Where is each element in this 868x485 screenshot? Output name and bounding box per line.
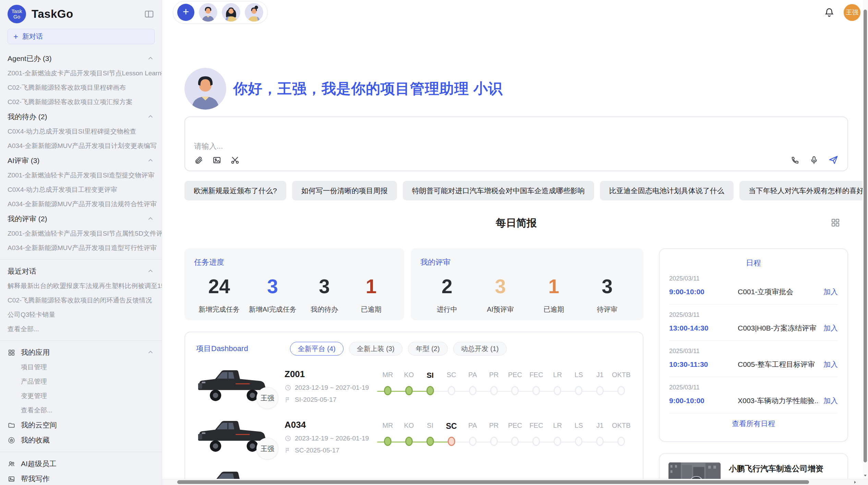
vertical-scrollbar[interactable] xyxy=(863,0,868,479)
sidebar-task-item[interactable]: C0X4-动力总成开发项目SI里程碑提交物检查 xyxy=(0,124,162,139)
divider xyxy=(0,259,162,260)
chevron-up-icon[interactable] xyxy=(147,215,154,223)
app-item-change-mgmt[interactable]: 变更管理 xyxy=(0,389,162,403)
ai-staff-row[interactable]: AI超级员工 xyxy=(0,456,162,471)
horizontal-scrollbar[interactable] xyxy=(162,479,868,485)
recent-chat-item[interactable]: 公司Q3轻卡销量 xyxy=(0,308,162,322)
attach-icon[interactable] xyxy=(194,156,203,165)
section-my-review[interactable]: 我的评审 (2) xyxy=(0,211,162,226)
event-name: C005-整车工程目标评审 xyxy=(738,360,819,369)
topbar: + 王强 xyxy=(162,0,868,25)
recent-chat-item[interactable]: C02-飞腾新能源轻客改款项目的闭环通告反馈情况 xyxy=(0,293,162,308)
scroll-down-arrow-icon[interactable] xyxy=(863,473,867,477)
sidebar-task-item[interactable]: Z001-全新燃油轻卡产品开发项目SI节点属性5D文件评审 xyxy=(0,226,162,241)
project-flag-milestone: SC-2025-05-17 xyxy=(295,447,339,454)
composer-left-icons xyxy=(194,156,240,165)
chevron-up-icon[interactable] xyxy=(147,55,154,62)
schedule-event: 2025/03/11 13:00-14:30 C003|H0B-方案冻结评审 加… xyxy=(669,304,838,341)
chevron-up-icon[interactable] xyxy=(147,157,154,164)
sidebar-task-item[interactable]: A034-全新新能源MUV产品开发项目计划变更表编写 xyxy=(0,139,162,153)
sidebar-task-item[interactable]: C02-飞腾新能源轻客改款项目里程碑画布 xyxy=(0,80,162,95)
join-meeting-link[interactable]: 加入 xyxy=(823,323,838,333)
suggestion-chip[interactable]: 特朗普可能对进口汽车增税会对中国车企造成哪些影响 xyxy=(403,181,594,200)
help-write-row[interactable]: 帮我写作 xyxy=(0,471,162,485)
my-favorites-label: 我的收藏 xyxy=(21,435,50,445)
join-meeting-link[interactable]: 加入 xyxy=(823,396,838,406)
flag-icon xyxy=(285,396,291,403)
apps-view-all[interactable]: 查看全部... xyxy=(0,403,162,418)
new-chat-label: 新对话 xyxy=(22,32,43,41)
sidebar-task-item[interactable]: C02-飞腾新能源轻客改款项目立项汇报方案 xyxy=(0,95,162,109)
recent-chat-item[interactable]: 解释最新出台的欧盟报废车法规再生塑料比例被调至15%... xyxy=(0,279,162,293)
suggestion-chip[interactable]: 欧洲新规最近颁布了什么? xyxy=(184,181,286,200)
main-area: + 王强 xyxy=(162,0,868,485)
filter-year-model[interactable]: 年型 (2) xyxy=(408,342,448,356)
milestone-fec: FEC xyxy=(526,371,547,401)
layout-grid-icon[interactable] xyxy=(830,217,841,228)
suggestion-chip[interactable]: 当下年轻人对汽车外观有怎样的喜好趋势 xyxy=(739,181,868,200)
schedule-title: 日程 xyxy=(669,258,838,268)
join-meeting-link[interactable]: 加入 xyxy=(823,360,838,369)
my-apps-row[interactable]: 我的应用 xyxy=(0,345,162,360)
scroll-right-arrow-icon[interactable] xyxy=(853,480,857,484)
image-icon xyxy=(8,475,15,483)
sidebar: Task Go TaskGo + 新对话 Agent已办 (3) Z001-全新… xyxy=(0,0,162,485)
filter-new-body[interactable]: 全新上装 (3) xyxy=(349,342,402,356)
chevron-up-icon[interactable] xyxy=(147,349,154,356)
session-avatar-3[interactable] xyxy=(245,3,263,22)
sidebar-task-item[interactable]: Z001-全新燃油轻卡产品开发项目SI造型提交物评审 xyxy=(0,168,162,183)
join-meeting-link[interactable]: 加入 xyxy=(823,287,838,297)
milestone-pr: PR xyxy=(483,422,505,452)
filter-all-platform[interactable]: 全新平台 (4) xyxy=(290,342,343,356)
milestone-oktb: OKTB xyxy=(611,371,632,401)
recent-view-all[interactable]: 查看全部... xyxy=(0,322,162,336)
chevron-up-icon[interactable] xyxy=(147,113,154,121)
send-icon[interactable] xyxy=(828,155,839,165)
my-cloud-row[interactable]: 我的云空间 xyxy=(0,418,162,433)
milestone-ko: KO xyxy=(398,371,420,401)
sidebar-task-item[interactable]: C0X4-动力总成开发项目工程变更评审 xyxy=(0,183,162,197)
milestone-pa: PA xyxy=(462,422,483,452)
project-row-z001[interactable]: 王强 Z001 2023-12-19 ~ 2027-01-19 xyxy=(196,366,632,406)
event-name: C003|H0B-方案冻结评审 xyxy=(738,323,819,333)
session-avatar-1[interactable] xyxy=(199,3,217,22)
chevron-up-icon[interactable] xyxy=(147,268,154,275)
milestone-track: MR KO SI SC PA PR PEC FEC LR LS J1 xyxy=(377,371,632,401)
stat-cards: 任务进度 24 新增完成任务 3 新增AI完成任务 xyxy=(184,248,643,320)
collapse-sidebar-icon[interactable] xyxy=(144,9,154,19)
filter-powertrain[interactable]: 动总开发 (1) xyxy=(453,342,507,356)
section-recent-chats[interactable]: 最近对话 xyxy=(0,264,162,279)
suggestion-chips: 欧洲新规最近颁布了什么? 如何写一份清晰的项目周报 特朗普可能对进口汽车增税会对… xyxy=(184,181,848,200)
project-row-a034[interactable]: 王强 A034 2023-12-19 ~ 2026-01-19 xyxy=(196,416,632,457)
view-all-schedule-link[interactable]: 查看所有日程 xyxy=(669,419,838,428)
suggestion-chip[interactable]: 比亚迪全固态电池计划具体说了什么 xyxy=(600,181,734,200)
add-session-button[interactable]: + xyxy=(177,4,194,21)
horizontal-scrollbar-thumb[interactable] xyxy=(177,480,809,484)
session-avatar-2[interactable] xyxy=(222,3,240,22)
user-avatar[interactable]: 王强 xyxy=(844,4,860,21)
milestone-mr: MR xyxy=(377,371,398,401)
phone-icon[interactable] xyxy=(791,156,800,165)
image-icon[interactable] xyxy=(212,156,221,165)
mic-icon[interactable] xyxy=(809,156,819,165)
vertical-scrollbar-thumb[interactable] xyxy=(864,10,867,462)
milestone-track: MR KO SI SC PA PR PEC FEC LR LS J1 xyxy=(377,422,632,452)
section-ai-review[interactable]: AI评审 (3) xyxy=(0,153,162,168)
app-item-project-mgmt[interactable]: 项目管理 xyxy=(0,360,162,374)
my-favorites-row[interactable]: 我的收藏 xyxy=(0,433,162,448)
suggestion-chip[interactable]: 如何写一份清晰的项目周报 xyxy=(292,181,397,200)
notification-bell-icon[interactable] xyxy=(824,7,835,18)
plus-icon: + xyxy=(13,33,18,41)
scissors-icon[interactable] xyxy=(230,156,240,165)
app-item-product-mgmt[interactable]: 产品管理 xyxy=(0,374,162,389)
chat-composer[interactable]: 请输入... xyxy=(184,116,848,171)
section-agent-done[interactable]: Agent已办 (3) xyxy=(0,51,162,66)
chat-input-placeholder[interactable]: 请输入... xyxy=(194,141,223,151)
new-chat-button[interactable]: + 新对话 xyxy=(8,29,155,44)
stat-overdue: 1 已逾期 xyxy=(352,276,390,314)
sidebar-task-item[interactable]: A034-全新新能源MUV产品开发项目造型可行性评审 xyxy=(0,241,162,255)
composer-right-icons xyxy=(791,155,839,165)
sidebar-task-item[interactable]: Z001-全新燃油皮卡产品开发项目SI节点Lesson Learn报告 xyxy=(0,66,162,80)
sidebar-task-item[interactable]: A034-全新新能源MUV产品开发项目法规符合性评审 xyxy=(0,197,162,211)
section-my-todo[interactable]: 我的待办 (2) xyxy=(0,109,162,124)
